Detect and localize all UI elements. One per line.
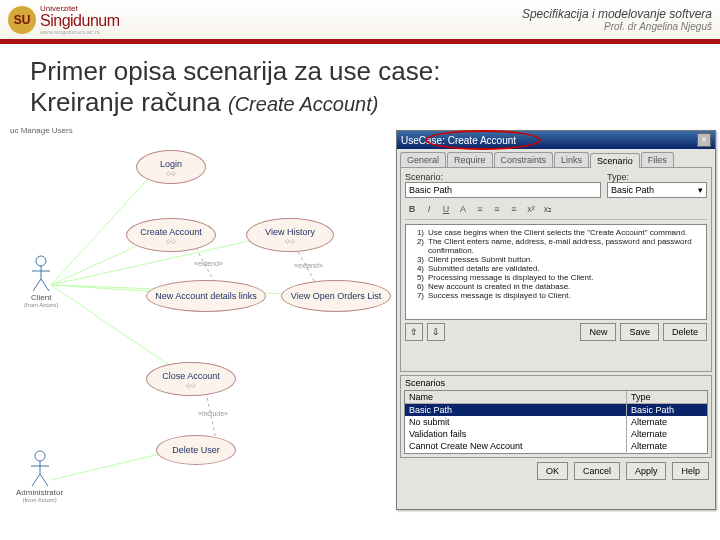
type-select[interactable]: Basic Path▾ xyxy=(607,182,707,198)
slide-header: SU Univerzitet Singidunum www.singidunum… xyxy=(0,0,720,44)
scenario-tab-body: Scenario: Basic Path Type: Basic Path▾ B… xyxy=(400,167,712,372)
rt-color-button[interactable]: A xyxy=(456,202,470,216)
scenarios-list-box: Scenarios Name Type Basic PathBasic Path… xyxy=(400,375,712,458)
usecase-login: Login◇◇ xyxy=(136,150,206,184)
dialog-titlebar[interactable]: UseCase: Create Account × xyxy=(397,131,715,149)
scenario-input[interactable]: Basic Path xyxy=(405,182,601,198)
stick-figure-icon xyxy=(28,255,54,293)
rt-bold-button[interactable]: B xyxy=(405,202,419,216)
scenarios-table[interactable]: Name Type Basic PathBasic Path No submit… xyxy=(404,390,708,454)
tab-general[interactable]: General xyxy=(400,152,446,167)
logo: SU Univerzitet Singidunum www.singidunum… xyxy=(8,5,120,35)
tab-scenario[interactable]: Scenario xyxy=(590,153,640,168)
chevron-down-icon: ▾ xyxy=(698,185,703,195)
usecase-delete-user: Delete User xyxy=(156,435,236,465)
title-line-2a: Kreiranje računa xyxy=(30,87,228,117)
use-case-diagram: uc Manage Users Login◇◇ Create Account◇◇… xyxy=(6,130,396,520)
move-up-button[interactable]: ⇧ xyxy=(405,323,423,341)
tab-links[interactable]: Links xyxy=(554,152,589,167)
close-button[interactable]: × xyxy=(697,133,711,147)
move-down-button[interactable]: ⇩ xyxy=(427,323,445,341)
rt-list-button[interactable]: ≡ xyxy=(473,202,487,216)
tab-require[interactable]: Require xyxy=(447,152,493,167)
rel-extend-1: «extend» xyxy=(194,260,223,267)
rt-underline-button[interactable]: U xyxy=(439,202,453,216)
ok-button[interactable]: OK xyxy=(537,462,568,480)
rel-include-1: «include» xyxy=(198,410,228,417)
rel-extend-2: «extend» xyxy=(294,262,323,269)
title-line-1: Primer opisa scenarija za use case: xyxy=(30,56,690,87)
svg-line-14 xyxy=(41,279,49,291)
new-button[interactable]: New xyxy=(580,323,616,341)
richtext-toolbar: B I U A ≡ ≡ ≡ x² x₂ xyxy=(405,202,707,220)
rt-list2-button[interactable]: ≡ xyxy=(490,202,504,216)
logo-badge-icon: SU xyxy=(8,6,36,34)
dialog-tabs: General Require Constraints Links Scenar… xyxy=(397,149,715,167)
svg-line-18 xyxy=(32,474,40,486)
help-button[interactable]: Help xyxy=(672,462,709,480)
tab-constraints[interactable]: Constraints xyxy=(494,152,554,167)
professor-name: Prof. dr Angelina Njeguš xyxy=(522,21,712,32)
slide-title: Primer opisa scenarija za use case: Krei… xyxy=(0,44,720,124)
usecase-properties-dialog: UseCase: Create Account × General Requir… xyxy=(396,130,716,510)
apply-button[interactable]: Apply xyxy=(626,462,667,480)
svg-line-13 xyxy=(33,279,41,291)
usecase-close-account: Close Account◇◇ xyxy=(146,362,236,396)
svg-line-19 xyxy=(40,474,48,486)
table-row[interactable]: Validation failsAlternate xyxy=(405,428,707,440)
svg-point-15 xyxy=(35,451,45,461)
rt-italic-button[interactable]: I xyxy=(422,202,436,216)
type-label: Type: xyxy=(607,172,707,182)
scenario-label: Scenario: xyxy=(405,172,601,182)
rt-sup-button[interactable]: x² xyxy=(524,202,538,216)
svg-point-10 xyxy=(36,256,46,266)
logo-url: www.singidunum.ac.rs xyxy=(40,29,120,35)
table-row[interactable]: No submitAlternate xyxy=(405,416,707,428)
col-name[interactable]: Name xyxy=(405,391,627,403)
usecase-create-account: Create Account◇◇ xyxy=(126,218,216,252)
col-type[interactable]: Type xyxy=(627,391,707,403)
tab-files[interactable]: Files xyxy=(641,152,674,167)
dialog-title-name: Create Account xyxy=(448,135,516,146)
actor-administrator: Administrator (from Actors) xyxy=(16,450,63,503)
table-row[interactable]: Basic PathBasic Path xyxy=(405,404,707,416)
title-line-2b: (Create Account) xyxy=(228,93,378,115)
scenarios-heading: Scenarios xyxy=(401,376,711,390)
stick-figure-icon xyxy=(27,450,53,488)
delete-button[interactable]: Delete xyxy=(663,323,707,341)
cancel-button[interactable]: Cancel xyxy=(574,462,620,480)
table-row[interactable]: Cannot Create New AccountAlternate xyxy=(405,440,707,452)
logo-name: Singidunum xyxy=(40,13,120,29)
save-button[interactable]: Save xyxy=(620,323,659,341)
usecase-new-account-details: New Account details links xyxy=(146,280,266,312)
scenario-steps-editor[interactable]: 1)Use case begins when the Client select… xyxy=(405,224,707,320)
course-name: Specifikacija i modelovanje softvera xyxy=(522,7,712,21)
rt-align-button[interactable]: ≡ xyxy=(507,202,521,216)
actor-client: Client (from Actors) xyxy=(24,255,58,308)
dialog-footer: OK Cancel Apply Help xyxy=(397,458,715,484)
rt-sub-button[interactable]: x₂ xyxy=(541,202,555,216)
usecase-view-history: View History◇◇ xyxy=(246,218,334,252)
usecase-view-open-orders: View Open Orders List xyxy=(281,280,391,312)
dialog-title-prefix: UseCase: xyxy=(401,135,445,146)
